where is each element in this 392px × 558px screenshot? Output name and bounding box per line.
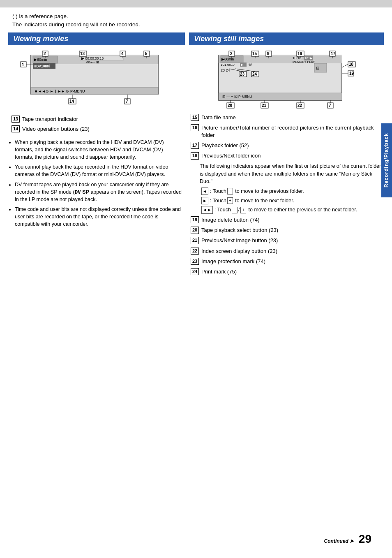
svg-text:5: 5 [145, 51, 148, 56]
svg-text:7: 7 [126, 99, 128, 104]
still-item-18: 18 Previous/Next folder icon [189, 152, 384, 160]
svg-text:2: 2 [230, 51, 233, 56]
movie-bullet-4: Time code and user bits are not displaye… [15, 206, 182, 228]
still-items: 15 Data file name 16 Picture number/Tota… [189, 114, 384, 276]
svg-text:22: 22 [297, 103, 302, 108]
folder-line-either: ◄► : Touch − / + to move to either the p… [189, 206, 384, 214]
prev-folder-text: to move to the previous folder. [234, 188, 304, 195]
badge-19: 19 [191, 216, 199, 223]
badge-15: 15 [191, 114, 199, 121]
svg-text:2: 2 [44, 51, 46, 56]
still-item-15: 15 Data file name [189, 114, 384, 121]
still-item-19-text: Image delete button (74) [201, 216, 260, 224]
viewing-movies-header: Viewing movies [8, 32, 185, 45]
still-item-22-text: Index screen display button (23) [201, 248, 277, 255]
folder-line-prev: ◄ : Touch − to move to the previous fold… [189, 188, 384, 195]
still-item-21: 21 Previous/Next image button (23) [189, 237, 384, 244]
badge-18: 18 [191, 152, 199, 159]
svg-text:4: 4 [121, 51, 124, 56]
svg-text:1: 1 [22, 63, 24, 67]
svg-text:15: 15 [252, 51, 257, 56]
page-number: 29 [359, 533, 371, 545]
still-item-20-text: Tape playback select button (23) [201, 227, 278, 234]
badge-14: 14 [12, 125, 20, 132]
minus-plus-icon-box: − [232, 207, 238, 213]
movie-diagram: ▶60min HDV1080i ▶ 00:00:00:15 60min ⊞ ■ … [18, 50, 175, 110]
movie-item-14-text: Video operation buttons (23) [22, 125, 90, 133]
svg-text:60min ⊞: 60min ⊞ [86, 60, 99, 64]
either-folder-text: to move to either the previous or the ne… [247, 206, 357, 214]
badge-17: 17 [191, 142, 199, 149]
plus2-icon-box: + [240, 207, 246, 213]
movie-item-13: 13 Tape transport indicator [12, 116, 182, 123]
prev-folder-icon: ◄ [201, 188, 208, 195]
still-diagram-wrapper: ▶60min 10/10 101▶ MEMORY PLAY 101-0010 ▶… [191, 50, 382, 110]
badge-22: 22 [191, 248, 199, 255]
svg-text:101-0010: 101-0010 [221, 63, 235, 67]
svg-text:21: 21 [262, 103, 267, 108]
page-footer: Continued ➤ 29 [324, 533, 371, 546]
intro-section: ( ) is a reference page. The indicators … [0, 7, 392, 32]
movie-bullet-2: You cannot play back the tape recorded i… [15, 163, 182, 178]
svg-text:20: 20 [228, 103, 233, 108]
touch-label-next: : Touch [210, 197, 226, 205]
movie-diagram-wrapper: ▶60min HDV1080i ▶ 00:00:00:15 60min ⊞ ■ … [10, 50, 183, 110]
svg-text:7: 7 [329, 103, 331, 108]
badge-16: 16 [191, 124, 199, 131]
folder-note: The following indicators appear when the… [189, 162, 384, 185]
svg-text:14: 14 [69, 99, 74, 104]
svg-text:19: 19 [349, 71, 354, 76]
continued-text: Continued ➤ [324, 538, 354, 544]
svg-text:⊟: ⊟ [316, 66, 319, 70]
still-item-16-text: Picture number/Total number of recorded … [201, 124, 382, 139]
still-item-20: 20 Tape playback select button (23) [189, 227, 384, 234]
svg-text:23: 23 [240, 72, 245, 76]
still-diagram: ▶60min 10/10 101▶ MEMORY PLAY 101-0010 ▶… [212, 50, 360, 110]
svg-text:▶60min: ▶60min [221, 57, 234, 61]
svg-text:13: 13 [80, 51, 85, 56]
side-tab-recording-playback: Recording/Playback [381, 123, 392, 197]
top-bar [0, 0, 392, 7]
still-item-16: 16 Picture number/Total number of record… [189, 124, 384, 139]
slash-text: / [238, 206, 240, 214]
svg-text:9: 9 [267, 51, 270, 56]
badge-20: 20 [191, 227, 199, 234]
still-item-15-text: Data file name [201, 114, 236, 121]
next-folder-text: to move to the next folder. [234, 197, 294, 205]
svg-text:▶: ▶ [241, 63, 244, 67]
still-item-17: 17 Playback folder (52) [189, 142, 384, 149]
right-column: Viewing still images ▶60min 10/10 101▶ M… [189, 32, 384, 279]
svg-text:▶  00:00:00:15: ▶ 00:00:00:15 [81, 56, 104, 60]
svg-text:16: 16 [297, 51, 302, 56]
svg-text:⛁: ⛁ [249, 63, 252, 67]
movie-bullets: When playing back a tape recorded in the… [8, 137, 185, 232]
badge-13: 13 [12, 116, 20, 123]
still-item-22: 22 Index screen display button (23) [189, 248, 384, 255]
still-item-23: 23 Image protection mark (74) [189, 258, 384, 265]
still-item-18-text: Previous/Next folder icon [201, 152, 261, 160]
still-item-21-text: Previous/Next image button (23) [201, 237, 278, 244]
either-folder-icon: ◄► [201, 206, 213, 214]
movie-bullet-1: When playing back a tape recorded in the… [15, 139, 182, 161]
plus-icon-box: + [227, 197, 233, 204]
still-item-23-text: Image protection mark (74) [201, 258, 265, 265]
folder-line-next: ► : Touch + to move to the next folder. [189, 197, 384, 205]
svg-text:101▶: 101▶ [304, 56, 313, 60]
svg-text:23  24: 23 24 [221, 68, 230, 72]
viewing-still-header: Viewing still images [189, 32, 384, 45]
badge-24: 24 [191, 268, 199, 275]
touch-label-either: : Touch [214, 206, 231, 214]
movie-bullet-3: DV format tapes are played back on your … [15, 181, 182, 203]
svg-text:HDV1080i: HDV1080i [34, 64, 50, 68]
left-column: Viewing movies ▶60min HDV1080i ▶ 00:00:0… [8, 32, 185, 279]
touch-label-prev: : Touch [210, 188, 226, 195]
next-folder-icon: ► [201, 197, 208, 205]
movie-item-14: 14 Video operation buttons (23) [12, 125, 182, 133]
movie-item-13-text: Tape transport indicator [22, 116, 78, 123]
badge-23: 23 [191, 258, 199, 265]
intro-line1: ( ) is a reference page. [12, 12, 380, 21]
svg-line-66 [342, 64, 348, 67]
still-item-17-text: Playback folder (52) [201, 142, 249, 149]
main-content: Viewing movies ▶60min HDV1080i ▶ 00:00:0… [0, 32, 392, 279]
svg-text:18: 18 [349, 62, 354, 67]
